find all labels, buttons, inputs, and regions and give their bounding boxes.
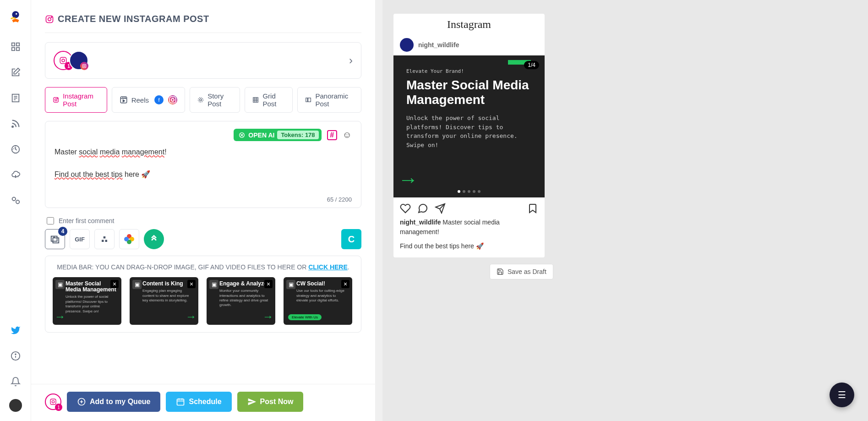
- floating-menu-button[interactable]: ☰: [830, 383, 854, 407]
- sidebar-bell-icon[interactable]: [6, 372, 25, 391]
- schedule-button[interactable]: Schedule: [166, 392, 231, 412]
- carousel-dots: [458, 190, 480, 193]
- media-google-photos-button[interactable]: [119, 229, 139, 249]
- media-upload-button[interactable]: [94, 229, 115, 249]
- sidebar-user-avatar[interactable]: [9, 399, 22, 412]
- svg-point-0: [12, 11, 19, 18]
- sidebar-cloud-icon[interactable]: [6, 166, 25, 184]
- svg-point-47: [52, 400, 54, 403]
- account-badge-profile[interactable]: [69, 51, 88, 70]
- media-thumb[interactable]: ▣ × CW Social! Use our tools for cutting…: [284, 277, 352, 325]
- facebook-mini-icon: f: [154, 95, 164, 104]
- svg-rect-38: [308, 98, 311, 102]
- media-image-button[interactable]: 4: [45, 229, 65, 249]
- image-icon: ▣: [132, 280, 142, 289]
- sidebar-rss-icon[interactable]: [6, 115, 25, 133]
- character-count: 65 / 2200: [55, 196, 352, 203]
- app-logo: [8, 9, 23, 25]
- svg-rect-27: [120, 97, 127, 103]
- svg-rect-4: [11, 48, 14, 50]
- close-icon[interactable]: ×: [341, 280, 349, 288]
- media-count-badge: 4: [58, 227, 67, 236]
- preview-caption: night_wildlife Master social media manag…: [393, 218, 545, 257]
- accounts-card[interactable]: 1 ›: [45, 42, 361, 79]
- save-as-draft-button[interactable]: Save as Draft: [490, 264, 553, 279]
- tab-instagram-post[interactable]: Instagram Post: [45, 87, 107, 113]
- sidebar-settings-icon[interactable]: [6, 191, 25, 210]
- image-icon: ▣: [55, 280, 65, 289]
- svg-rect-49: [177, 399, 184, 405]
- first-comment-checkbox[interactable]: [47, 217, 54, 224]
- svg-rect-37: [306, 98, 308, 102]
- close-icon[interactable]: ×: [110, 280, 119, 288]
- svg-point-19: [51, 16, 52, 17]
- svg-point-13: [16, 200, 19, 203]
- first-comment-label: Enter first comment: [59, 217, 114, 224]
- heart-icon[interactable]: [400, 203, 411, 214]
- svg-point-16: [15, 354, 16, 355]
- chevron-right-icon[interactable]: ›: [349, 54, 353, 67]
- media-thumb[interactable]: ▣ × Master Social Media Management Unloc…: [53, 277, 121, 325]
- media-bar: MEDIA BAR: YOU CAN DRAG-N-DROP IMAGE, GI…: [45, 256, 361, 333]
- preview-avatar: [400, 38, 414, 52]
- tab-grid-post[interactable]: Grid Post: [245, 87, 293, 113]
- emoji-button[interactable]: ☺: [343, 130, 352, 140]
- svg-rect-44: [105, 240, 108, 242]
- instagram-icon: [45, 15, 54, 24]
- image-icon: ▣: [286, 280, 295, 289]
- svg-rect-5: [16, 48, 19, 50]
- svg-rect-32: [253, 98, 258, 103]
- svg-point-18: [48, 17, 51, 21]
- save-icon: [497, 268, 504, 275]
- svg-point-12: [12, 197, 15, 201]
- sidebar-info-icon[interactable]: [6, 347, 25, 365]
- sidebar-compose-icon[interactable]: [6, 63, 25, 82]
- svg-rect-28: [169, 97, 176, 103]
- instagram-mini-icon: [80, 62, 88, 70]
- media-bar-click-here[interactable]: CLICK HERE: [308, 263, 348, 271]
- sidebar-recycle-icon[interactable]: [6, 140, 25, 159]
- tokens-badge: Tokens: 178: [277, 131, 318, 139]
- sidebar-dashboard-icon[interactable]: [6, 38, 25, 56]
- instagram-preview-card: Instagram night_wildlife 1/4 Elevate You…: [393, 14, 545, 257]
- media-thumb[interactable]: ▣ × Engage & Analyze Monitor your commun…: [207, 277, 275, 325]
- bookmark-icon[interactable]: [527, 203, 538, 214]
- add-to-queue-button[interactable]: Add to my Queue: [67, 392, 160, 412]
- svg-rect-22: [82, 64, 86, 68]
- comment-icon[interactable]: [417, 203, 428, 214]
- svg-point-23: [83, 65, 85, 66]
- composer-textarea[interactable]: Master social media management! Find out…: [55, 146, 352, 196]
- media-gif-button[interactable]: GIF: [70, 229, 90, 249]
- canva-button[interactable]: C: [341, 229, 361, 249]
- svg-rect-41: [53, 238, 59, 243]
- close-icon[interactable]: ×: [187, 280, 196, 288]
- bottom-account-badge[interactable]: 1: [45, 394, 61, 410]
- preview-username: night_wildlife: [418, 41, 459, 49]
- sidebar: [0, 0, 31, 421]
- media-boost-button[interactable]: [144, 229, 164, 249]
- sidebar-twitter-icon[interactable]: [6, 321, 25, 339]
- tab-panoramic-post[interactable]: Panoramic Post: [297, 87, 361, 113]
- tab-story-post[interactable]: Story Post: [190, 87, 240, 113]
- hashtag-button[interactable]: #: [327, 130, 337, 140]
- openai-button[interactable]: OPEN AI Tokens: 178: [234, 129, 321, 141]
- main-content: CREATE NEW INSTAGRAM POST 1 ›: [31, 0, 375, 421]
- media-thumb[interactable]: ▣ × Content is King Engaging plan engagi…: [130, 277, 198, 325]
- media-toolbar: 4 GIF C: [45, 229, 361, 249]
- composer-card: OPEN AI Tokens: 178 # ☺ Master social me…: [45, 121, 361, 208]
- instagram-mini-icon: [168, 95, 177, 104]
- svg-point-25: [55, 99, 57, 101]
- scrollbar[interactable]: [375, 0, 382, 421]
- svg-rect-2: [11, 43, 14, 46]
- post-now-button[interactable]: Post Now: [237, 392, 304, 412]
- first-comment-row: Enter first comment: [45, 214, 361, 229]
- sidebar-document-icon[interactable]: [6, 89, 25, 107]
- page-title: CREATE NEW INSTAGRAM POST: [45, 14, 361, 33]
- image-icon: ▣: [209, 280, 218, 289]
- svg-point-30: [198, 98, 203, 103]
- preview-image: 1/4 Elevate Your Brand! Master Social Me…: [393, 55, 545, 197]
- send-icon[interactable]: [435, 203, 446, 214]
- svg-rect-43: [102, 240, 104, 242]
- close-icon[interactable]: ×: [264, 280, 273, 288]
- tab-reels[interactable]: Reels f: [112, 87, 185, 113]
